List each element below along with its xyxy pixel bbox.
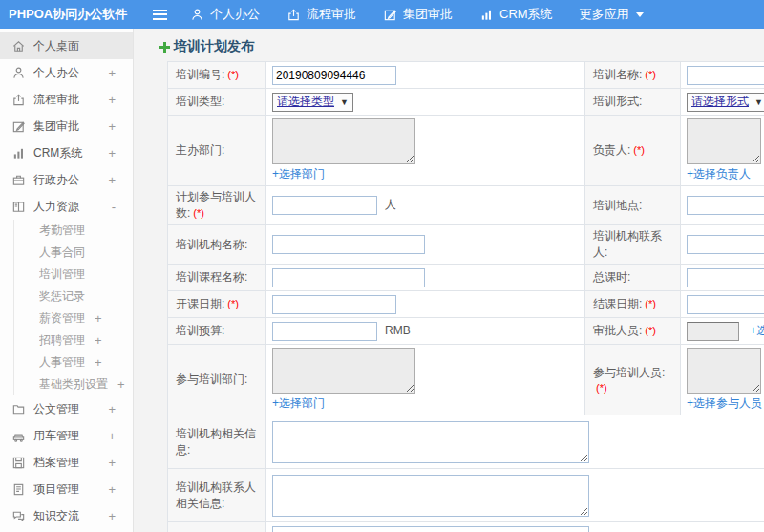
sidebar-item-label: 人事合同 bbox=[39, 245, 85, 261]
form-row: 参与培训部门: +选择部门 参与培训人员:(*) +选择参与人员 bbox=[168, 345, 764, 415]
nav-personal-office[interactable]: 个人办公 bbox=[190, 6, 260, 23]
home-icon bbox=[11, 39, 26, 53]
sidebar-item-hr[interactable]: 人力资源 - bbox=[0, 193, 133, 220]
expand-toggle[interactable]: + bbox=[117, 377, 125, 392]
upload-icon bbox=[11, 93, 26, 107]
nav-group-approval[interactable]: 集团审批 bbox=[383, 6, 453, 23]
sidebar-submenu-hr: 考勤管理 人事合同 培训管理 奖惩记录 薪资管理 + 招聘管理 + bbox=[13, 220, 133, 395]
expand-toggle[interactable]: + bbox=[106, 509, 116, 523]
select-dept-link[interactable]: +选择部门 bbox=[272, 395, 579, 412]
sidebar-item-hr-contract[interactable]: 人事合同 bbox=[14, 242, 133, 264]
nav-crm-system[interactable]: CRM系统 bbox=[479, 6, 553, 23]
field-label: 培训类型: bbox=[168, 89, 266, 116]
caret-down-icon bbox=[636, 12, 644, 17]
select-participants-link[interactable]: +选择参与人员 bbox=[687, 395, 764, 412]
end-date-input[interactable] bbox=[687, 295, 764, 314]
sidebar-item-label: 招聘管理 bbox=[39, 332, 85, 349]
menu-toggle-icon[interactable] bbox=[153, 10, 167, 20]
training-form-select[interactable]: 请选择形式 ▼ bbox=[687, 93, 764, 112]
form-row: 培训要求: bbox=[168, 522, 764, 532]
sidebar-item-salary-mgmt[interactable]: 薪资管理 + bbox=[14, 308, 133, 330]
location-input[interactable] bbox=[687, 196, 764, 215]
field-label: 负责人:(*) bbox=[585, 116, 681, 186]
sidebar-item-recruit-mgmt[interactable]: 招聘管理 + bbox=[14, 330, 133, 351]
training-name-input[interactable] bbox=[687, 66, 764, 85]
org-info-textarea[interactable] bbox=[272, 421, 589, 463]
main-content: 培训计划发布 培训编号:(*) 培训名称:(*) 培训类型: 请选择类型 ▼ 培… bbox=[134, 29, 764, 532]
form-row: 培训预算: RMB 审批人员:(*) +选择审批人员 bbox=[168, 318, 764, 345]
field-label: 开课日期:(*) bbox=[168, 291, 266, 318]
sidebar-item-vehicle-mgmt[interactable]: 用车管理 + bbox=[0, 422, 133, 449]
org-contact-input[interactable] bbox=[687, 235, 764, 254]
expand-toggle[interactable]: + bbox=[106, 456, 116, 470]
required-marker: (*) bbox=[645, 325, 656, 336]
sidebar-item-label: 用车管理 bbox=[33, 428, 106, 444]
requirements-textarea[interactable] bbox=[272, 526, 589, 532]
sidebar-item-document-mgmt[interactable]: 公文管理 + bbox=[0, 395, 133, 422]
sidebar-item-label: 行政办公 bbox=[33, 172, 106, 188]
field-label: 培训形式: bbox=[585, 89, 681, 116]
select-leader-link[interactable]: +选择负责人 bbox=[687, 166, 764, 182]
expand-toggle[interactable]: + bbox=[95, 333, 104, 348]
expand-toggle[interactable]: + bbox=[106, 429, 116, 443]
sidebar-item-archive-mgmt[interactable]: 档案管理 + bbox=[0, 449, 133, 476]
sidebar-item-crm-system[interactable]: CRM系统 + bbox=[0, 139, 133, 166]
start-date-input[interactable] bbox=[272, 295, 396, 314]
expand-toggle[interactable]: + bbox=[106, 482, 116, 497]
org-contact-info-textarea[interactable] bbox=[272, 475, 589, 517]
edit-icon bbox=[11, 119, 26, 134]
sidebar-item-label: 考勤管理 bbox=[39, 223, 85, 239]
expand-toggle[interactable]: + bbox=[106, 402, 116, 416]
sidebar-item-label: 基础类别设置 bbox=[39, 376, 108, 393]
join-people-textarea[interactable] bbox=[687, 348, 761, 394]
expand-toggle[interactable]: + bbox=[106, 66, 116, 80]
budget-input[interactable] bbox=[272, 322, 377, 341]
sidebar-item-group-approval[interactable]: 集团审批 + bbox=[0, 113, 133, 139]
form-row: 开课日期:(*) 结课日期:(*) bbox=[168, 291, 764, 318]
planned-count-input[interactable] bbox=[272, 196, 377, 215]
expand-toggle[interactable]: + bbox=[106, 119, 116, 134]
sidebar-item-personal-desktop[interactable]: 个人桌面 bbox=[0, 32, 133, 59]
join-depts-textarea[interactable] bbox=[272, 348, 415, 394]
expand-toggle[interactable]: + bbox=[106, 173, 116, 187]
collapse-toggle[interactable]: - bbox=[106, 200, 116, 214]
sidebar-item-training-mgmt[interactable]: 培训管理 bbox=[14, 264, 133, 286]
sidebar-item-knowledge-exchange[interactable]: 知识交流 + bbox=[0, 502, 133, 529]
sidebar-item-admin-office[interactable]: 行政办公 + bbox=[0, 166, 133, 193]
user-icon bbox=[11, 66, 26, 80]
nav-workflow-approval[interactable]: 流程审批 bbox=[286, 6, 356, 23]
sidebar-item-project-mgmt[interactable]: 项目管理 + bbox=[0, 476, 133, 502]
training-no-input[interactable] bbox=[272, 66, 396, 85]
field-label: 培训机构联系人: bbox=[585, 225, 681, 265]
select-dept-link[interactable]: +选择部门 bbox=[272, 166, 579, 182]
form-row: 培训编号:(*) 培训名称:(*) bbox=[168, 62, 764, 89]
sidebar-item-reward-punish[interactable]: 奖惩记录 bbox=[14, 286, 133, 308]
nav-more-apps[interactable]: 更多应用 bbox=[580, 6, 644, 23]
sidebar-item-base-category-settings[interactable]: 基础类别设置 + bbox=[14, 373, 133, 395]
host-dept-textarea[interactable] bbox=[272, 118, 415, 164]
sidebar-item-personnel-mgmt[interactable]: 人事管理 + bbox=[14, 351, 133, 373]
sidebar-item-label: 培训管理 bbox=[39, 266, 85, 283]
field-label: 总课时: bbox=[585, 265, 681, 291]
course-name-input[interactable] bbox=[272, 268, 425, 287]
expand-toggle[interactable]: + bbox=[106, 146, 116, 160]
sidebar: 个人桌面 个人办公 + 流程审批 + 集团审批 + CRM系统 + 行政办公 + bbox=[0, 29, 134, 532]
sidebar-item-label: 知识交流 bbox=[33, 508, 106, 524]
page-title-text: 培训计划发布 bbox=[174, 38, 254, 55]
total-hours-input[interactable] bbox=[687, 268, 764, 287]
expand-toggle[interactable]: + bbox=[106, 93, 116, 107]
sidebar-item-personal-office[interactable]: 个人办公 + bbox=[0, 59, 133, 86]
chat-icon bbox=[11, 509, 26, 523]
sidebar-item-attendance-mgmt[interactable]: 考勤管理 bbox=[14, 220, 133, 242]
sidebar-item-label: 集团审批 bbox=[33, 118, 106, 135]
select-approver-link[interactable]: +选择审批人员 bbox=[750, 324, 764, 337]
approver-box[interactable] bbox=[687, 322, 739, 341]
floppy-disk-icon bbox=[11, 456, 26, 470]
training-type-select[interactable]: 请选择类型 ▼ bbox=[272, 93, 353, 112]
sidebar-item-label: 薪资管理 bbox=[39, 310, 85, 327]
org-name-input[interactable] bbox=[272, 235, 425, 254]
expand-toggle[interactable]: + bbox=[95, 355, 104, 370]
leader-textarea[interactable] bbox=[687, 118, 761, 164]
sidebar-item-workflow-approval[interactable]: 流程审批 + bbox=[0, 86, 133, 113]
expand-toggle[interactable]: + bbox=[95, 311, 104, 326]
